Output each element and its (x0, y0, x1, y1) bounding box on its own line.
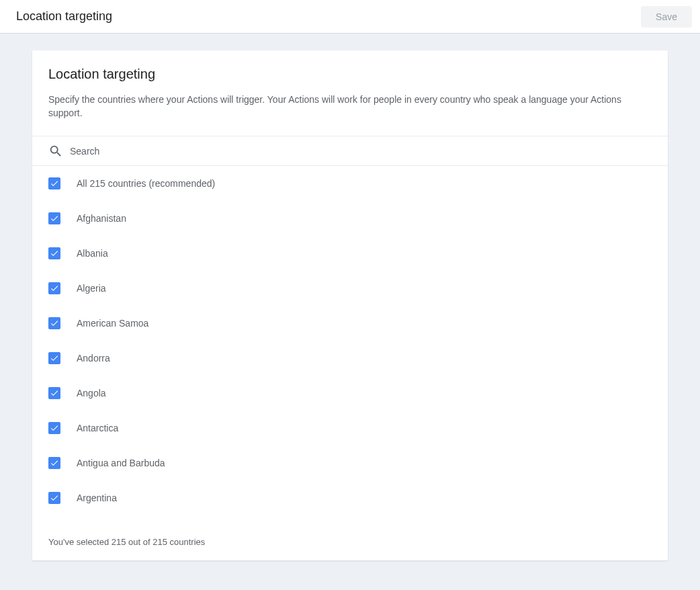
check-icon (50, 179, 59, 188)
page-content: Location targeting Specify the countries… (0, 34, 700, 577)
list-item[interactable]: All 215 countries (recommended) (32, 166, 668, 201)
selection-summary: You've selected 215 out of 215 countries (32, 523, 668, 560)
list-item[interactable]: Algeria (32, 271, 668, 306)
item-label: Antigua and Barbuda (77, 458, 165, 468)
item-label: Algeria (77, 283, 106, 294)
item-label: Angola (77, 388, 106, 398)
checkbox[interactable] (48, 247, 60, 259)
scroll-spacer (32, 515, 668, 523)
item-label: Andorra (77, 353, 110, 364)
save-button[interactable]: Save (641, 6, 692, 28)
card-title: Location targeting (48, 67, 652, 82)
list-item[interactable]: Antarctica (32, 411, 668, 446)
check-icon (50, 493, 59, 503)
item-label: All 215 countries (recommended) (77, 178, 215, 189)
check-icon (50, 214, 59, 223)
list-item[interactable]: Afghanistan (32, 201, 668, 236)
list-item[interactable]: American Samoa (32, 306, 668, 341)
check-icon (50, 423, 59, 433)
checkbox[interactable] (48, 317, 60, 329)
checkbox[interactable] (48, 282, 60, 294)
location-targeting-card: Location targeting Specify the countries… (32, 50, 668, 560)
search-input[interactable] (70, 143, 652, 159)
item-label: Afghanistan (77, 213, 126, 224)
check-icon (50, 388, 59, 398)
check-icon (50, 249, 59, 258)
list-item[interactable]: Albania (32, 236, 668, 271)
top-bar: Location targeting Save (0, 0, 700, 34)
country-list[interactable]: All 215 countries (recommended) Afghanis… (32, 166, 668, 523)
checkbox[interactable] (48, 177, 60, 189)
checkbox[interactable] (48, 352, 60, 364)
checkbox[interactable] (48, 212, 60, 224)
item-label: Antarctica (77, 423, 118, 433)
list-item[interactable]: Andorra (32, 341, 668, 376)
search-row (32, 136, 668, 166)
checkbox[interactable] (48, 457, 60, 469)
item-label: American Samoa (77, 318, 148, 329)
checkbox[interactable] (48, 387, 60, 399)
card-description: Specify the countries where your Actions… (48, 93, 652, 120)
checkbox[interactable] (48, 422, 60, 434)
check-icon (50, 319, 59, 328)
check-icon (50, 458, 59, 468)
list-item[interactable]: Angola (32, 376, 668, 411)
list-item[interactable]: Argentina (32, 480, 668, 515)
item-label: Argentina (77, 493, 117, 503)
check-icon (50, 284, 59, 293)
search-icon (48, 144, 63, 159)
check-icon (50, 353, 59, 363)
page-title: Location targeting (16, 9, 112, 24)
list-item[interactable]: Antigua and Barbuda (32, 446, 668, 480)
item-label: Albania (77, 248, 108, 259)
card-header: Location targeting Specify the countries… (32, 50, 668, 136)
checkbox[interactable] (48, 492, 60, 504)
